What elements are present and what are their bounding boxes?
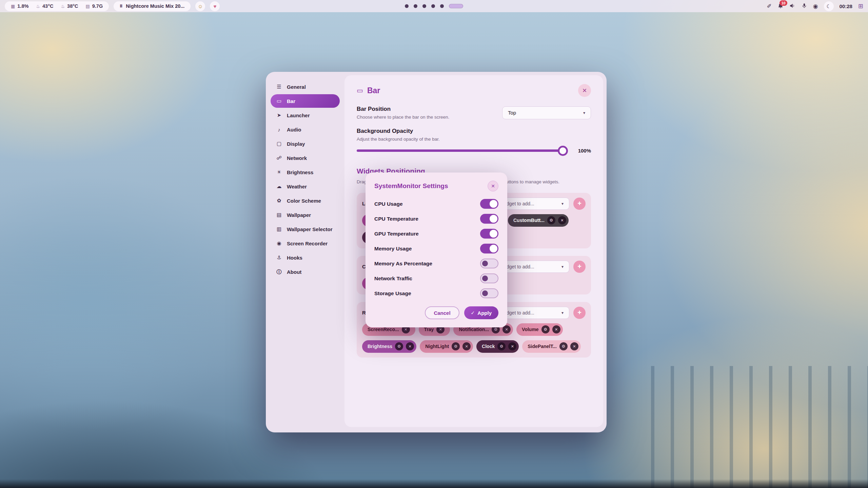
sidebar-item-brightness[interactable]: ☀ Brightness	[271, 165, 340, 179]
favorites-button[interactable]: ♥	[210, 1, 220, 11]
clock[interactable]: 00:28	[840, 3, 852, 9]
cancel-button-label: Cancel	[434, 310, 450, 316]
memory-icon: ▤	[85, 4, 90, 9]
wallpaper-stairs-shadow	[0, 479, 868, 488]
workspace-dot[interactable]	[405, 4, 409, 8]
storage-usage-toggle[interactable]	[480, 288, 498, 298]
cpu-usage-toggle[interactable]	[480, 199, 498, 209]
gear-icon: ⚙	[454, 344, 458, 349]
toggle-label: CPU Usage	[374, 201, 403, 207]
widget-chip-brightness[interactable]: Brightness ⚙ ✕	[362, 340, 416, 353]
volume-button[interactable]	[789, 3, 795, 10]
opacity-slider-thumb[interactable]	[558, 146, 568, 156]
system-stats-widget[interactable]: ▦ 1.8% ♨ 43°C ♨ 38°C ▤ 9.7G	[5, 1, 109, 11]
workspace-dot[interactable]	[431, 4, 435, 8]
widget-chip-sidepaneltoggle[interactable]: SidePanelT... ⚙ ✕	[522, 340, 581, 353]
close-icon: ✕	[573, 344, 576, 349]
sidebar-item-general[interactable]: ☰ General	[271, 80, 340, 94]
memory-usage-toggle[interactable]	[480, 244, 498, 253]
emoji-picker-button[interactable]: ☺	[195, 1, 205, 11]
chip-remove-button[interactable]: ✕	[406, 342, 414, 350]
sidebar-item-color-scheme[interactable]: ✿ Color Scheme	[271, 194, 340, 207]
toggle-row-memory-usage: Memory Usage	[374, 244, 498, 253]
opacity-slider[interactable]	[357, 149, 567, 152]
notifications-button[interactable]: 10	[777, 3, 784, 9]
sidebar-item-label: Screen Recorder	[287, 241, 328, 246]
sidebar-item-label: Hooks	[287, 255, 302, 261]
chip-label: Notification...	[459, 327, 489, 332]
chip-remove-button[interactable]: ✕	[570, 342, 578, 350]
sidebar-item-weather[interactable]: ☁ Weather	[271, 180, 340, 193]
workspace-dot[interactable]	[414, 4, 417, 8]
chevron-down-icon: ▾	[561, 310, 564, 315]
color-picker-button[interactable]: ✐	[767, 3, 771, 9]
bar-icon: ▭	[276, 98, 282, 104]
sidebar-item-label: Weather	[287, 184, 307, 189]
chip-settings-button[interactable]: ⚙	[395, 342, 403, 350]
chip-settings-button[interactable]: ⚙	[452, 342, 460, 350]
bar-position-setting: Bar Position Choose where to place the b…	[357, 106, 591, 120]
sidebar-item-hooks[interactable]: ⚓ Hooks	[271, 251, 340, 264]
opacity-slider-fill	[357, 149, 561, 152]
chip-remove-button[interactable]: ✕	[462, 342, 471, 350]
widget-chip-custombutton[interactable]: CustomButt... ⚙ ✕	[508, 214, 569, 227]
modal-close-button[interactable]: ✕	[488, 181, 498, 191]
plus-icon: +	[577, 263, 581, 270]
chevron-down-icon: ▾	[561, 264, 564, 269]
cloud-icon: ☁	[276, 183, 282, 189]
chip-settings-button[interactable]: ⚙	[559, 342, 568, 350]
memory-as-percentage-toggle[interactable]	[480, 259, 498, 268]
add-widget-button-center[interactable]: +	[573, 261, 586, 273]
sidebar-item-about[interactable]: ⓘ About	[271, 265, 340, 279]
network-traffic-toggle[interactable]	[480, 273, 498, 283]
sidebar-item-screen-recorder[interactable]: ◉ Screen Recorder	[271, 237, 340, 250]
widget-chip-volume[interactable]: Volume ⚙ ✕	[516, 323, 563, 336]
sidebar-item-audio[interactable]: ♪ Audio	[271, 123, 340, 136]
workspace-dot[interactable]	[422, 4, 426, 8]
cpu-temperature-toggle[interactable]	[480, 214, 498, 224]
sidebar-item-label: Wallpaper Selector	[287, 226, 333, 232]
sidebar-item-display[interactable]: ▢ Display	[271, 137, 340, 150]
chip-label: Clock	[482, 344, 495, 349]
sidebar-item-bar[interactable]: ▭ Bar	[271, 94, 340, 108]
bar-position-description: Choose where to place the bar on the scr…	[357, 115, 449, 120]
sidebar-item-wallpaper-selector[interactable]: ▥ Wallpaper Selector	[271, 222, 340, 236]
chip-settings-button[interactable]: ⚙	[541, 325, 550, 333]
workspace-dot[interactable]	[440, 4, 444, 8]
app-launcher-button[interactable]: ⊞	[858, 3, 863, 9]
night-light-toggle[interactable]: ☾	[824, 1, 834, 11]
chip-settings-button[interactable]: ⚙	[547, 216, 555, 224]
window-close-button[interactable]: ✕	[578, 84, 591, 97]
media-player-widget[interactable]: Ⅱ Nightcore Music Mix 20...	[114, 1, 191, 11]
cancel-button[interactable]: Cancel	[425, 306, 459, 319]
check-icon: ✓	[471, 310, 475, 316]
chip-settings-button[interactable]: ⚙	[497, 342, 506, 350]
sidebar-item-network[interactable]: ☍ Network	[271, 151, 340, 165]
cpu-icon: ▦	[11, 4, 15, 9]
bar-position-dropdown[interactable]: Top ▾	[502, 106, 591, 119]
toggle-label: Storage Usage	[374, 290, 411, 297]
add-widget-button-left[interactable]: +	[573, 198, 586, 210]
sun-icon: ☀	[276, 169, 282, 175]
gear-icon: ⚙	[544, 327, 547, 332]
chip-remove-button[interactable]: ✕	[558, 216, 566, 224]
microphone-button[interactable]	[801, 3, 807, 10]
screen-record-button[interactable]: ◉	[813, 3, 818, 9]
apply-button[interactable]: ✓ Apply	[464, 306, 498, 319]
sidebar-item-launcher[interactable]: ➤ Launcher	[271, 108, 340, 122]
chip-remove-button[interactable]: ✕	[502, 325, 511, 333]
sidebar-item-label: Display	[287, 141, 305, 147]
cpu-usage-stat: ▦ 1.8%	[11, 3, 28, 9]
close-icon: ✕	[555, 327, 558, 332]
chip-remove-button[interactable]: ✕	[552, 325, 560, 333]
widget-chip-clock[interactable]: Clock ⚙ ✕	[476, 340, 519, 353]
pause-icon: Ⅱ	[120, 4, 122, 8]
add-widget-button-right[interactable]: +	[573, 307, 586, 319]
gear-icon: ⚙	[494, 327, 498, 332]
info-icon: ⓘ	[276, 269, 282, 275]
chip-remove-button[interactable]: ✕	[508, 342, 516, 350]
gpu-temperature-toggle[interactable]	[480, 229, 498, 239]
sidebar-item-wallpaper[interactable]: ▤ Wallpaper	[271, 208, 340, 222]
workspace-active-pill[interactable]	[449, 4, 463, 8]
widget-chip-nightlight[interactable]: NightLight ⚙ ✕	[420, 340, 473, 353]
